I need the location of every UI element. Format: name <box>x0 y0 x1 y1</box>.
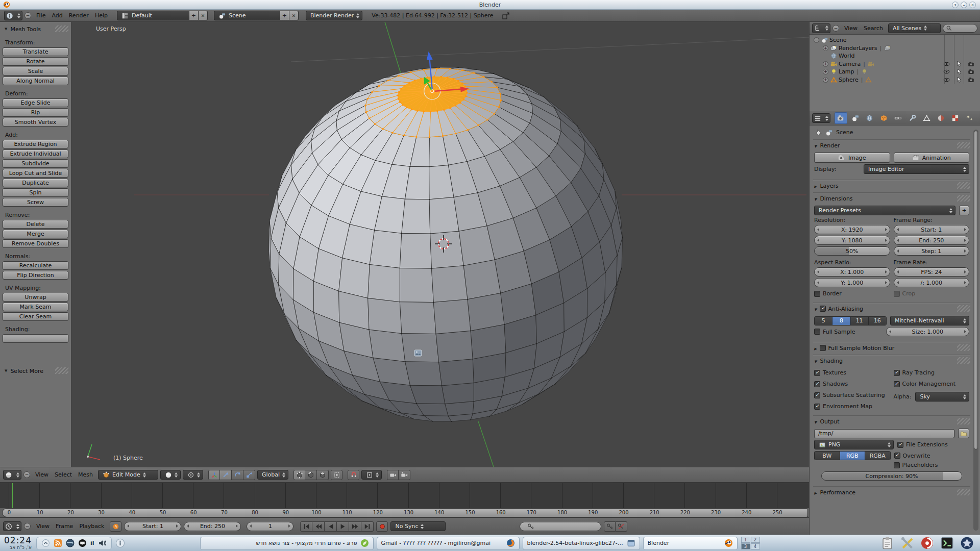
play-reverse-button[interactable] <box>325 521 337 532</box>
manipulator-toggle-button[interactable] <box>208 470 220 480</box>
mode-dropdown[interactable]: Edit Mode <box>98 470 158 480</box>
limit-selection-visible-button[interactable] <box>331 470 342 480</box>
pivot-point-dropdown[interactable] <box>183 470 203 480</box>
crop-checkbox[interactable]: Crop <box>894 290 970 297</box>
taskbar-task-window[interactable]: blender-2.54-beta-linux-glibc27-x86_6 <box>523 537 640 550</box>
scene-selector[interactable]: Scene <box>214 11 299 20</box>
aa-samples-8-button[interactable]: 8 <box>832 317 850 325</box>
frame-start-slider[interactable]: Start: 1 <box>124 522 181 531</box>
rotate-manipulator-button[interactable] <box>232 470 243 480</box>
tab-physics[interactable] <box>977 112 980 124</box>
antialiasing-checkbox[interactable] <box>820 306 826 312</box>
render-opengl-button[interactable] <box>387 470 399 480</box>
placeholders-checkbox[interactable]: Placeholders <box>894 462 970 468</box>
shadows-checkbox[interactable]: Shadows <box>814 381 890 387</box>
volume-icon[interactable] <box>98 539 107 547</box>
frame-start-slider[interactable]: Start: 1 <box>894 225 970 234</box>
editor-type-selector[interactable] <box>4 11 22 20</box>
tool-button-spin[interactable]: Spin <box>3 188 68 197</box>
layers-panel-header[interactable]: Layers <box>813 180 970 191</box>
info-menu-help[interactable]: Help <box>92 12 111 19</box>
aspect-x-slider[interactable]: X: 1.000 <box>814 267 890 277</box>
timeline-ruler[interactable]: 0102030405060708090100110120130140150160… <box>2 508 808 517</box>
tool-button-merge[interactable]: Merge <box>3 230 68 238</box>
render-image-button[interactable]: Image <box>814 153 890 163</box>
tool-button-subdivide[interactable]: Subdivide <box>3 159 68 168</box>
full-sample-checkbox[interactable]: Full Sample <box>814 329 883 335</box>
color-management-checkbox[interactable]: Color Management <box>894 381 970 387</box>
rss-icon[interactable] <box>54 539 62 547</box>
resolution-percent-slider[interactable]: 50% <box>814 246 890 256</box>
clipboard-icon[interactable] <box>880 536 894 550</box>
tab-render[interactable] <box>835 112 847 124</box>
workspace-3[interactable]: 3 <box>741 543 750 549</box>
record-button[interactable] <box>376 521 388 532</box>
add-scene-button[interactable] <box>280 11 289 20</box>
view3d-menu-view[interactable]: View <box>32 471 52 478</box>
render-engine-dropdown[interactable]: Blender Render <box>306 11 362 20</box>
timeline-menu-frame[interactable]: Frame <box>53 523 76 530</box>
delete-keyframe-button[interactable] <box>616 521 627 532</box>
outliner-menu-search[interactable]: Search <box>861 25 886 32</box>
tab-object[interactable] <box>877 112 890 124</box>
tab-scene[interactable] <box>849 112 862 124</box>
fps-slider[interactable]: FPS: 24 <box>894 267 970 277</box>
renderability-toggle-icon[interactable] <box>968 61 974 67</box>
render-opengl-anim-button[interactable] <box>399 470 410 480</box>
fsmb-panel-header[interactable]: Full Sample Motion Blur <box>813 342 970 354</box>
workspace-2[interactable]: 2 <box>751 537 760 543</box>
render-panel-header[interactable]: Render <box>813 140 970 151</box>
tool-button-recalculate[interactable]: Recalculate <box>3 261 68 270</box>
keyboard-layout-indicator[interactable]: il <box>90 540 94 546</box>
viewport-shading-dropdown[interactable] <box>160 470 181 480</box>
taskbar-task-blender[interactable]: Blender <box>643 537 738 550</box>
sync-dropdown[interactable]: No Sync <box>390 521 446 531</box>
environment-map-checkbox[interactable]: Environment Map <box>814 403 890 410</box>
tool-button-flip-direction[interactable]: Flip Direction <box>3 271 68 280</box>
aa-filter-dropdown[interactable]: Mitchell-Netravali <box>890 316 969 325</box>
shading-panel-header[interactable]: Shading <box>813 355 970 366</box>
snap-toggle-button[interactable] <box>348 470 359 480</box>
pin-icon[interactable] <box>815 129 822 136</box>
tab-world[interactable] <box>863 112 876 124</box>
editor-type-selector[interactable] <box>3 521 21 531</box>
tool-button-extrude-individual[interactable]: Extrude Individual <box>3 149 68 158</box>
timeline-menu-view[interactable]: View <box>33 523 53 530</box>
editor-type-selector[interactable] <box>812 113 830 123</box>
tool-button-duplicate[interactable]: Duplicate <box>3 179 68 187</box>
collapse-menus-button[interactable] <box>24 12 31 19</box>
expand-toggle[interactable]: + <box>823 77 828 83</box>
render-presets-dropdown[interactable]: Render Presets <box>814 206 955 215</box>
tool-button-extrude-region[interactable]: Extrude Region <box>3 140 68 148</box>
browse-folder-button[interactable] <box>958 429 969 438</box>
translate-manipulator-button[interactable] <box>220 470 232 480</box>
expand-toggle[interactable]: + <box>823 45 828 51</box>
workspace-1[interactable]: 1 <box>741 537 750 543</box>
minimize-button[interactable]: ▾ <box>952 2 959 8</box>
expand-toggle[interactable]: + <box>823 61 828 67</box>
taskbar-task-leaf[interactable]: פרוג - פורום חרדי מקצועי - צור נושא חדש <box>200 537 374 550</box>
tab-particles[interactable] <box>963 112 976 124</box>
clock-widget[interactable]: 02:24 א', כ"ח אב <box>4 536 32 550</box>
desktop-star-icon[interactable] <box>960 536 974 550</box>
tool-button-edge-slide[interactable]: Edge Slide <box>3 98 68 107</box>
compression-slider[interactable]: Compression: 90% <box>821 471 962 481</box>
fps-base-slider[interactable]: /: 1.000 <box>894 278 970 287</box>
tab-constraints[interactable] <box>892 112 904 124</box>
outliner-search-input[interactable] <box>943 24 977 33</box>
color-mode-bw-button[interactable]: BW <box>815 452 840 460</box>
aa-samples-11-button[interactable]: 11 <box>851 317 869 325</box>
tool-button-translate[interactable]: Translate <box>3 47 68 56</box>
tool-button-rip[interactable]: Rip <box>3 108 68 117</box>
info-menu-add[interactable]: Add <box>48 12 65 19</box>
tool-button-screw[interactable]: Screw <box>3 198 68 207</box>
tab-texture[interactable] <box>949 112 962 124</box>
display-dropdown[interactable]: Image Editor <box>864 164 969 174</box>
performance-panel-header[interactable]: Performance <box>813 487 970 498</box>
dimensions-panel-header[interactable]: Dimensions <box>813 193 970 204</box>
keying-set-field[interactable] <box>520 522 601 531</box>
tool-button-rotate[interactable]: Rotate <box>3 57 68 66</box>
add-preset-button[interactable] <box>959 206 969 215</box>
tool-button-along-normal[interactable]: Along Normal <box>3 77 68 85</box>
output-panel-header[interactable]: Output <box>813 416 970 427</box>
